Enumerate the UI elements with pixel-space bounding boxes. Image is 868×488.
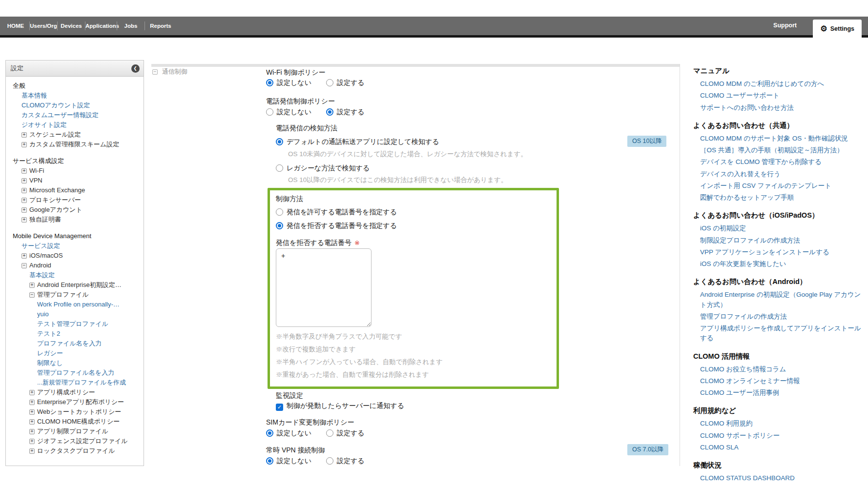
sidebar-item-web-shortcut-policy[interactable]: Webショートカットポリシー <box>9 407 141 417</box>
help-link[interactable]: CLOMO サポートポリシー <box>693 431 865 441</box>
help-link[interactable]: デバイスの入れ替えを行う <box>693 169 865 179</box>
vpn-option-yes[interactable]: 設定する <box>337 457 365 465</box>
radio-checked-icon[interactable] <box>276 222 283 229</box>
sidebar-item-android[interactable]: Android <box>9 261 141 270</box>
control-method-deny-label[interactable]: 発信を拒否する電話番号を指定する <box>287 222 397 229</box>
help-link[interactable]: CLOMO MDM のご利用がはじめての方へ <box>693 79 865 89</box>
sidebar-item-geofence-profile[interactable]: ジオフェンス設定プロファイル <box>9 436 141 446</box>
nav-item-home[interactable]: HOME <box>2 23 29 29</box>
help-link[interactable]: CLOMO ユーザーサポート <box>693 91 865 101</box>
call-option-yes[interactable]: 設定する <box>337 108 365 116</box>
radio-checked-icon[interactable] <box>326 108 333 116</box>
plus-box-icon[interactable] <box>21 207 27 213</box>
sidebar-item-profile-test2[interactable]: テスト2 <box>9 329 141 339</box>
checkbox-checked-icon[interactable] <box>276 404 283 411</box>
radio-checked-icon[interactable] <box>266 79 273 86</box>
radio-checked-icon[interactable] <box>266 429 273 437</box>
sidebar-item-ms-exchange[interactable]: Microsoft Exchange <box>9 185 141 195</box>
sidebar-item-app-config-policy[interactable]: アプリ構成ポリシー <box>9 387 141 397</box>
nav-item-applications[interactable]: Applications <box>85 23 117 29</box>
nav-item-devices[interactable]: Devices <box>58 23 85 29</box>
sim-option-yes[interactable]: 設定する <box>337 429 365 437</box>
sidebar-item-own-certificate[interactable]: 独自証明書 <box>9 215 141 224</box>
help-link[interactable]: iOS の年次更新を実施したい <box>693 259 865 269</box>
nav-item-reports[interactable]: Reports <box>145 23 176 29</box>
nav-item-jobs[interactable]: Jobs <box>117 23 145 29</box>
plus-box-icon[interactable] <box>21 198 27 203</box>
plus-box-icon[interactable] <box>21 217 27 223</box>
plus-box-icon[interactable] <box>29 400 35 405</box>
plus-box-icon[interactable] <box>29 439 35 444</box>
radio-unchecked-icon[interactable] <box>326 79 333 86</box>
help-link[interactable]: 制限設定プロファイルの作成方法 <box>693 236 865 245</box>
sidebar-item-schedule[interactable]: スケジュール設定 <box>9 130 141 140</box>
sim-option-no[interactable]: 設定しない <box>277 429 311 437</box>
plus-box-icon[interactable] <box>29 429 35 434</box>
radio-unchecked-icon[interactable] <box>326 457 333 465</box>
sidebar-item-profile-enter-managed-name[interactable]: 管理プロファイル名を入力 <box>9 368 141 378</box>
sidebar-item-enterprise-app-policy[interactable]: Enterpriseアプリ配布ポリシー <box>9 397 141 407</box>
plus-box-icon[interactable] <box>29 390 35 395</box>
sidebar-item-managed-profile[interactable]: 管理プロファイル <box>9 290 141 300</box>
plus-box-icon[interactable] <box>21 178 27 183</box>
sidebar-collapse-button[interactable] <box>131 64 140 73</box>
deny-numbers-textarea[interactable]: + <box>276 248 372 327</box>
sidebar-item-google-account[interactable]: Googleアカウント <box>9 205 141 215</box>
help-link[interactable]: 図解でわかるセットアップ手順 <box>693 193 865 203</box>
help-link[interactable]: CLOMO オンラインセミナー情報 <box>693 376 865 386</box>
radio-unchecked-icon[interactable] <box>326 429 333 437</box>
minus-box-icon[interactable] <box>152 69 158 75</box>
wifi-option-no[interactable]: 設定しない <box>277 79 311 86</box>
help-link[interactable]: サポートへのお問い合わせ方法 <box>693 103 865 113</box>
sidebar-item-clomo-account[interactable]: CLOMOアカウント設定 <box>9 101 141 110</box>
sidebar-item-profile-legacy[interactable]: レガシー <box>9 348 141 358</box>
wifi-option-yes[interactable]: 設定する <box>337 79 365 86</box>
sidebar-item-android-enterprise-init[interactable]: Android Enterprise初期設定… <box>9 280 141 290</box>
help-link[interactable]: CLOMO 利用規約 <box>693 419 865 428</box>
vpn-option-no[interactable]: 設定しない <box>277 457 311 465</box>
sidebar-item-clomo-home-policy[interactable]: CLOMO HOME構成ポリシー <box>9 417 141 427</box>
nav-item-users-org[interactable]: Users/Org <box>30 23 57 29</box>
radio-unchecked-icon[interactable] <box>266 108 273 116</box>
help-link[interactable]: デバイスを CLOMO 管理下から削除する <box>693 157 865 167</box>
radio-unchecked-icon[interactable] <box>276 164 283 172</box>
detection-option-legacy-label[interactable]: レガシーな方法で検知する <box>287 164 370 172</box>
help-link[interactable]: Android Enterprise の初期設定（Google Play アカウ… <box>693 290 865 310</box>
sidebar-item-service-settings[interactable]: サービス設定 <box>9 241 141 251</box>
monitoring-checkbox-label[interactable]: 制御が発動したらサーバーに通知する <box>287 402 404 409</box>
sidebar-item-proxy-server[interactable]: プロキシサーバー <box>9 195 141 205</box>
plus-box-icon[interactable] <box>29 448 35 454</box>
tab-settings[interactable]: Settings <box>813 20 862 38</box>
help-link[interactable]: CLOMO MDM のサポート対象 OS・動作確認状況 <box>693 134 865 143</box>
help-link[interactable]: CLOMO STATUS DASHBOARD <box>693 473 865 483</box>
help-link[interactable]: アプリ構成ポリシーを作成してアプリをインストールする <box>693 324 865 344</box>
sidebar-item-profile-work-profile[interactable]: Work Profile on personally-… <box>9 300 141 309</box>
help-link[interactable]: 管理プロファイルの作成方法 <box>693 312 865 322</box>
sidebar-item-locktask-profile[interactable]: ロックタスクプロファイル <box>9 446 141 456</box>
sidebar-item-android-basic[interactable]: 基本設定 <box>9 270 141 280</box>
help-link[interactable]: CLOMO お役立ち情報コラム <box>693 365 865 374</box>
sidebar-item-wifi[interactable]: Wi-Fi <box>9 166 141 176</box>
help-link[interactable]: CLOMO SLA <box>693 443 865 452</box>
sidebar-item-profile-yuio[interactable]: yuio <box>9 309 141 319</box>
help-link[interactable]: ［OS 共通］導入の手順（初期設定～活用方法） <box>693 145 865 155</box>
plus-box-icon[interactable] <box>29 283 35 288</box>
sidebar-item-app-restriction-profile[interactable]: アプリ制限プロファイル <box>9 427 141 436</box>
sidebar-item-geosite[interactable]: ジオサイト設定 <box>9 120 141 130</box>
radio-checked-icon[interactable] <box>266 457 273 465</box>
sidebar-item-custom-admin-scheme[interactable]: カスタム管理権限スキーム設定 <box>9 140 141 149</box>
nav-item-support[interactable]: Support <box>773 22 797 29</box>
minus-box-icon[interactable] <box>29 292 35 298</box>
help-link[interactable]: CLOMO ユーザー活用事例 <box>693 388 865 398</box>
minus-box-icon[interactable] <box>21 263 27 268</box>
detection-option-default-label[interactable]: デフォルトの通話転送アプリに設定して検知する <box>287 138 439 145</box>
plus-box-icon[interactable] <box>21 188 27 193</box>
sidebar-item-ios-macos[interactable]: iOS/macOS <box>9 251 141 261</box>
radio-checked-icon[interactable] <box>276 138 283 145</box>
help-link[interactable]: VPP アプリケーションをインストールする <box>693 247 865 257</box>
plus-box-icon[interactable] <box>21 253 27 259</box>
sidebar-item-basic-info[interactable]: 基本情報 <box>9 91 141 101</box>
help-link[interactable]: iOS の初期設定 <box>693 224 865 233</box>
plus-box-icon[interactable] <box>21 142 27 147</box>
plus-box-icon[interactable] <box>21 132 27 138</box>
